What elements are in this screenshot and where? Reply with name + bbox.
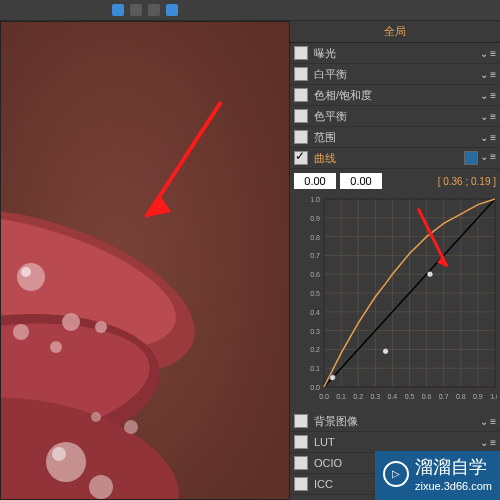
svg-point-17 <box>91 412 101 422</box>
svg-text:0.7: 0.7 <box>310 252 320 259</box>
channel-icon[interactable] <box>464 151 478 165</box>
svg-point-14 <box>52 447 66 461</box>
chevron-down-icon[interactable]: ⌄ <box>480 151 488 165</box>
section-row[interactable]: 背景图像⌄≡ <box>290 411 500 432</box>
svg-text:0.6: 0.6 <box>310 271 320 278</box>
chevron-down-icon[interactable]: ⌄ <box>480 132 488 143</box>
svg-text:1.0: 1.0 <box>490 393 497 400</box>
adjustment-row[interactable]: 色平衡⌄≡ <box>290 106 500 127</box>
play-icon: ▷ <box>383 461 409 487</box>
section-label: 背景图像 <box>314 414 480 429</box>
svg-text:0.9: 0.9 <box>473 393 483 400</box>
adjustment-row[interactable]: 曝光⌄≡ <box>290 43 500 64</box>
viewport-toolbar <box>0 0 290 21</box>
svg-text:0.7: 0.7 <box>439 393 449 400</box>
svg-point-15 <box>89 475 113 499</box>
section-label: LUT <box>314 436 480 448</box>
adjustment-label: 范围 <box>314 130 480 145</box>
adjustment-row[interactable]: 曲线⌄≡ <box>290 148 500 169</box>
checkbox-icon[interactable] <box>294 456 308 470</box>
panel-title: 全局 <box>290 21 500 43</box>
curve-coord-readout: [ 0.36 ; 0.19 ] <box>438 176 496 187</box>
panel-topbar <box>290 0 500 21</box>
menu-icon[interactable]: ≡ <box>490 151 496 165</box>
svg-text:0.3: 0.3 <box>370 393 380 400</box>
adjustment-label: 曝光 <box>314 46 480 61</box>
svg-text:0.4: 0.4 <box>310 309 320 316</box>
section-row[interactable]: LUT⌄≡ <box>290 432 500 453</box>
checkbox-icon[interactable] <box>294 88 308 102</box>
adjustment-row[interactable]: 白平衡⌄≡ <box>290 64 500 85</box>
svg-text:0.2: 0.2 <box>353 393 363 400</box>
svg-point-13 <box>46 442 86 482</box>
svg-text:0.0: 0.0 <box>319 393 329 400</box>
watermark-title: 溜溜自学 <box>415 455 492 479</box>
watermark: ▷ 溜溜自学 zixue.3d66.com <box>375 451 500 500</box>
adjustment-list: 曝光⌄≡白平衡⌄≡色相/饱和度⌄≡色平衡⌄≡范围⌄≡曲线⌄≡ <box>290 43 500 169</box>
svg-point-8 <box>21 267 31 277</box>
checkbox-icon[interactable] <box>294 130 308 144</box>
adjustment-label: 色平衡 <box>314 109 480 124</box>
svg-text:0.6: 0.6 <box>422 393 432 400</box>
checkbox-icon[interactable] <box>294 46 308 60</box>
preview-image <box>1 22 290 500</box>
chevron-down-icon[interactable]: ⌄ <box>480 111 488 122</box>
adjustment-row[interactable]: 色相/饱和度⌄≡ <box>290 85 500 106</box>
chevron-down-icon[interactable]: ⌄ <box>480 437 488 448</box>
checkbox-icon[interactable] <box>294 67 308 81</box>
svg-point-16 <box>124 420 138 434</box>
svg-text:1.0: 1.0 <box>310 196 320 203</box>
checkbox-icon[interactable] <box>294 109 308 123</box>
adjustment-label: 曲线 <box>314 151 464 166</box>
chevron-down-icon[interactable]: ⌄ <box>480 48 488 59</box>
svg-text:0.4: 0.4 <box>388 393 398 400</box>
adjustment-label: 色相/饱和度 <box>314 88 480 103</box>
curve-input-x[interactable]: 0.00 <box>294 173 336 189</box>
svg-point-66 <box>383 348 389 354</box>
right-panel: 全局 曝光⌄≡白平衡⌄≡色相/饱和度⌄≡色平衡⌄≡范围⌄≡曲线⌄≡ 0.00 0… <box>290 0 500 500</box>
svg-text:0.1: 0.1 <box>310 365 320 372</box>
checkbox-icon[interactable] <box>294 477 308 491</box>
checkbox-icon[interactable] <box>294 414 308 428</box>
watermark-url: zixue.3d66.com <box>415 480 492 492</box>
svg-text:0.0: 0.0 <box>310 384 320 391</box>
svg-point-67 <box>427 271 433 277</box>
adjustment-label: 白平衡 <box>314 67 480 82</box>
curve-input-y[interactable]: 0.00 <box>340 173 382 189</box>
menu-icon[interactable]: ≡ <box>490 48 496 59</box>
checkbox-icon[interactable] <box>294 151 308 165</box>
svg-text:0.9: 0.9 <box>310 215 320 222</box>
menu-icon[interactable]: ≡ <box>490 111 496 122</box>
svg-point-65 <box>330 375 336 381</box>
svg-point-11 <box>50 341 62 353</box>
curves-chart[interactable]: 0.00.10.20.30.40.50.60.70.80.91.00.00.10… <box>302 195 496 407</box>
svg-text:0.5: 0.5 <box>405 393 415 400</box>
menu-icon[interactable]: ≡ <box>490 437 496 448</box>
color-icon[interactable] <box>166 4 178 16</box>
tool-icon-1[interactable] <box>130 4 142 16</box>
svg-text:0.8: 0.8 <box>310 234 320 241</box>
image-viewport[interactable] <box>0 21 290 500</box>
left-pane <box>0 0 290 500</box>
menu-icon[interactable]: ≡ <box>490 132 496 143</box>
svg-point-12 <box>13 324 29 340</box>
tool-icon-2[interactable] <box>148 4 160 16</box>
chevron-down-icon[interactable]: ⌄ <box>480 69 488 80</box>
svg-text:0.1: 0.1 <box>336 393 346 400</box>
menu-icon[interactable]: ≡ <box>490 90 496 101</box>
svg-point-9 <box>62 313 80 331</box>
svg-text:0.8: 0.8 <box>456 393 466 400</box>
checkbox-icon[interactable] <box>294 435 308 449</box>
adjustment-row[interactable]: 范围⌄≡ <box>290 127 500 148</box>
svg-point-7 <box>17 263 45 291</box>
svg-text:0.2: 0.2 <box>310 346 320 353</box>
svg-text:0.5: 0.5 <box>310 290 320 297</box>
svg-text:0.3: 0.3 <box>310 328 320 335</box>
menu-icon[interactable]: ≡ <box>490 69 496 80</box>
curve-values-row: 0.00 0.00 [ 0.36 ; 0.19 ] <box>290 169 500 193</box>
menu-icon[interactable]: ≡ <box>490 416 496 427</box>
chevron-down-icon[interactable]: ⌄ <box>480 416 488 427</box>
chevron-down-icon[interactable]: ⌄ <box>480 90 488 101</box>
globe-icon[interactable] <box>112 4 124 16</box>
svg-point-10 <box>95 321 107 333</box>
